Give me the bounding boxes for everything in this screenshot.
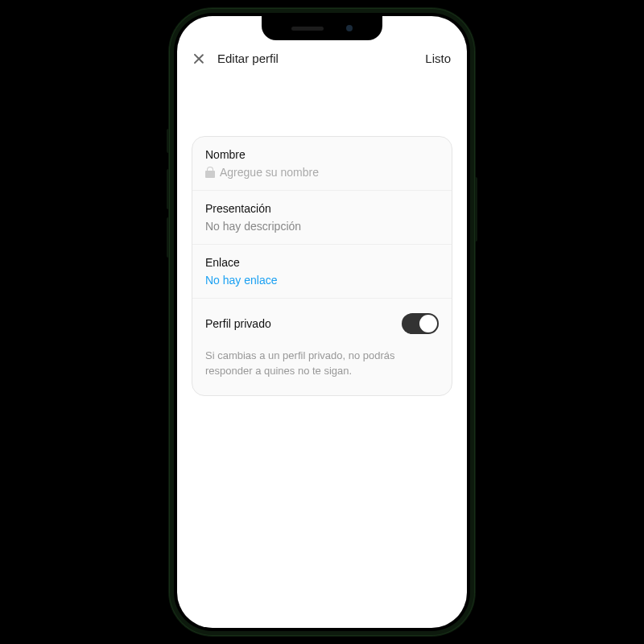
profile-card: Nombre Agregue su nombre Presentación No… xyxy=(192,136,452,396)
phone-power-button xyxy=(475,177,477,242)
page-title: Editar perfil xyxy=(217,52,279,65)
name-value: Agregue su nombre xyxy=(205,166,439,179)
front-camera xyxy=(346,25,353,31)
screen: Editar perfil Listo Nombre Agregue su no… xyxy=(177,16,467,628)
phone-frame: Editar perfil Listo Nombre Agregue su no… xyxy=(169,8,475,636)
private-profile-helper: Si cambias a un perfil privado, no podrá… xyxy=(192,344,452,395)
private-profile-toggle[interactable] xyxy=(402,313,439,334)
name-placeholder: Agregue su nombre xyxy=(220,166,319,179)
private-profile-label: Perfil privado xyxy=(205,317,271,330)
link-row[interactable]: Enlace No hay enlace xyxy=(192,245,452,299)
lock-icon xyxy=(205,167,215,178)
done-button[interactable]: Listo xyxy=(425,52,451,65)
phone-silent-switch xyxy=(167,129,169,153)
name-row[interactable]: Nombre Agregue su nombre xyxy=(192,137,452,191)
phone-volume-up xyxy=(167,169,169,209)
name-label: Nombre xyxy=(205,148,439,161)
bio-label: Presentación xyxy=(205,202,439,215)
link-value: No hay enlace xyxy=(205,274,439,287)
private-profile-row: Perfil privado xyxy=(192,299,452,344)
toggle-knob xyxy=(419,315,437,332)
speaker xyxy=(291,27,324,31)
phone-volume-down xyxy=(167,217,169,258)
close-icon[interactable] xyxy=(193,53,204,64)
content-area: Nombre Agregue su nombre Presentación No… xyxy=(177,75,467,628)
link-label: Enlace xyxy=(205,256,439,269)
header-left: Editar perfil xyxy=(193,52,279,65)
notch xyxy=(262,16,382,40)
bio-row[interactable]: Presentación No hay descripción xyxy=(192,191,452,245)
bio-value: No hay descripción xyxy=(205,220,439,233)
